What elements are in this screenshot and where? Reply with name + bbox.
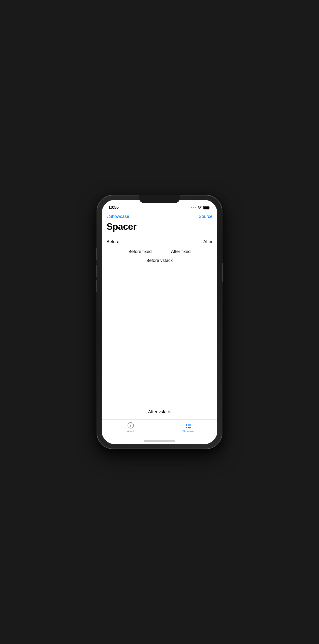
- tab-about-label: About: [127, 430, 134, 433]
- tab-showcase[interactable]: Showcase: [179, 422, 198, 433]
- tab-showcase-label: Showcase: [182, 430, 194, 433]
- home-indicator: [102, 438, 217, 444]
- signal-dots-icon: [191, 207, 196, 208]
- svg-rect-1: [204, 206, 209, 209]
- page-title: Spacer: [106, 222, 212, 232]
- back-label: Showcase: [109, 214, 129, 219]
- before-label: Before: [106, 239, 119, 244]
- tab-bar: About Showcase: [102, 419, 217, 438]
- after-label: After: [203, 239, 212, 244]
- svg-rect-8: [188, 426, 191, 426]
- navigation-bar: ‹ Showcase Source: [102, 212, 217, 222]
- source-label: Source: [199, 214, 212, 219]
- before-vstack-label: Before vstack: [106, 258, 212, 263]
- svg-point-5: [186, 424, 187, 425]
- list-icon: [185, 422, 192, 429]
- home-bar: [144, 440, 175, 442]
- phone-frame: 10:55 ‹ Showcase: [96, 195, 222, 449]
- notch: [139, 195, 180, 203]
- tab-about[interactable]: About: [121, 422, 140, 433]
- back-button[interactable]: ‹ Showcase: [106, 214, 129, 219]
- info-icon: [127, 422, 134, 429]
- page-content: Spacer Before After Before fixed After f…: [102, 222, 217, 419]
- before-after-row: Before After: [106, 239, 212, 244]
- after-vstack-label: After vstack: [106, 410, 212, 419]
- chevron-left-icon: ‹: [106, 214, 108, 219]
- after-fixed-label: After fixed: [171, 249, 191, 254]
- status-time: 10:55: [108, 205, 118, 210]
- before-fixed-label: Before fixed: [128, 249, 152, 254]
- battery-icon: [203, 206, 210, 210]
- svg-rect-6: [188, 424, 191, 425]
- svg-point-3: [130, 424, 131, 424]
- source-button[interactable]: Source: [199, 214, 212, 219]
- svg-rect-4: [130, 425, 131, 427]
- status-icons: [191, 206, 210, 210]
- wifi-icon: [198, 206, 202, 209]
- phone-screen: 10:55 ‹ Showcase: [102, 200, 217, 444]
- svg-point-9: [186, 427, 187, 428]
- vstack-area: Before vstack After vstack: [106, 258, 212, 419]
- svg-point-7: [186, 426, 187, 426]
- svg-rect-10: [188, 427, 191, 428]
- fixed-row: Before fixed After fixed: [106, 249, 212, 254]
